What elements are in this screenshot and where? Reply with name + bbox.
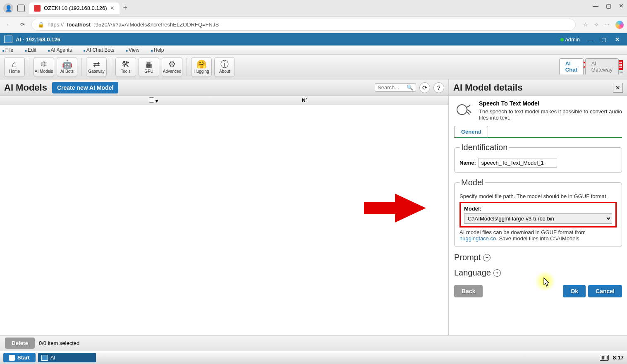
tb-about[interactable]: ⓘAbout [214,57,235,77]
copilot-icon[interactable] [615,21,624,29]
legend-identification: Identification [459,143,509,152]
minimize-icon[interactable]: — [593,2,598,9]
gpu-icon: ▦ [145,60,153,68]
tab-general[interactable]: General [454,126,488,137]
models-icon: ⚛ [40,60,48,68]
tb-tools[interactable]: 🛠Tools [115,57,136,77]
info-icon: ⓘ [220,60,229,68]
back-button[interactable]: Back [454,285,483,297]
search-icon[interactable]: 🔍 [407,84,413,91]
toolbar: ⌂Home ⚛AI Models 🤖AI Bots ⇄Gateway 🛠Tool… [0,55,627,79]
close-details-button[interactable]: ✕ [613,83,623,93]
user-label[interactable]: admin [560,36,580,43]
cancel-button[interactable]: Cancel [588,285,622,297]
ok-button[interactable]: Ok [563,285,586,297]
favorites-icon[interactable]: ✧ [594,22,598,28]
home-icon: ⌂ [12,60,17,68]
workspaces-icon[interactable] [17,5,25,12]
app-titlebar: AI - 192.168.0.126 admin — ▢ ✕ [0,33,627,46]
tb-hugging[interactable]: 🤗Hugging [191,57,212,77]
delete-button[interactable]: Delete [5,338,35,349]
bots-icon: 🤖 [62,60,72,68]
gear-icon: ⚙ [168,60,176,68]
tab-close-icon[interactable]: ✕ [110,5,115,11]
menubar: ■File ■Edit ■AI Agents ■AI Chat Bots ■Vi… [0,46,627,55]
tab-ai-gateway[interactable]: AI Gateway [585,58,619,74]
url-path: :9520/AI/?a=AIModels&ncrefreshELZODRFQ=F… [94,22,219,28]
taskbar-app[interactable]: AI [38,353,96,362]
tab-favicon [34,5,41,12]
refresh-list-button[interactable]: ⟳ [419,82,430,93]
browser-address-bar: ← ⟳ 🔒 https://localhost:9520/AI/?a=AIMod… [0,17,627,33]
url-host: localhost [67,22,91,28]
maximize-icon[interactable]: ▢ [606,2,611,9]
tb-ai-models[interactable]: ⚛AI Models [34,57,54,77]
fieldset-identification: Identification Name: [454,143,622,173]
search-box[interactable]: 🔍 [375,83,416,92]
app-minimize-icon[interactable]: — [585,35,596,44]
tb-ai-bots[interactable]: 🤖AI Bots [57,57,77,77]
browser-tab-bar: 👤 OZEKI 10 (192.168.0.126) ✕ + — ▢ ✕ [0,0,627,17]
menu-ai-chat-bots[interactable]: ■AI Chat Bots [84,47,120,53]
star-icon[interactable]: ☆ [583,22,588,28]
tb-advanced[interactable]: ⚙Advanced [162,57,182,77]
download-hint: AI model files can be download in GGUF f… [459,229,617,242]
tools-icon: 🛠 [122,60,130,68]
help-button[interactable]: ? [433,82,444,93]
menu-icon[interactable]: ⋯ [604,22,610,28]
refresh-button[interactable]: ⟳ [17,20,27,30]
menu-ai-agents[interactable]: ■AI Agents [48,47,78,53]
profile-icon[interactable]: 👤 [3,3,13,13]
search-input[interactable] [378,84,407,91]
fieldset-model: Model Specify model file path. The model… [454,178,622,247]
tab-ai-chat[interactable]: AI Chat [559,58,584,74]
tb-gpu[interactable]: ▦GPU [139,57,159,77]
new-tab-button[interactable]: + [123,4,127,12]
menu-file[interactable]: ■File [2,47,19,53]
table-header: ▾ N° [0,96,448,105]
app-maximize-icon[interactable]: ▢ [598,35,610,44]
menu-help[interactable]: ■Help [151,47,170,53]
start-button[interactable]: Start [3,353,36,362]
keyboard-icon[interactable] [600,355,609,361]
name-label: Name: [459,160,476,166]
tb-gateway[interactable]: ⇄Gateway [86,57,107,77]
browser-window-controls: — ▢ ✕ [593,2,624,9]
prompt-section[interactable]: Prompt + [454,253,622,262]
url-box[interactable]: 🔒 https://localhost:9520/AI/?a=AIModels&… [31,19,576,31]
left-header: AI Models Create new AI Model 🔍 ⟳ ? [0,79,448,96]
legend-model: Model [459,178,485,187]
back-button[interactable]: ← [3,20,13,30]
browser-tab[interactable]: OZEKI 10 (192.168.0.126) ✕ [29,2,120,14]
model-hint: Specify model file path. The model shoul… [459,193,617,199]
svg-point-0 [457,105,467,115]
model-name: Speech To Text Model [479,100,622,107]
model-select[interactable]: C:\AIModels\ggml-large-v3-turbo.bin [464,213,612,224]
start-icon [9,355,15,361]
model-description: The speech to text model makes it possib… [479,108,622,121]
language-section[interactable]: Language + [454,268,622,278]
page-title: AI Models [4,82,47,93]
huggingface-link[interactable]: huggingface.co [459,235,496,242]
hugging-icon: 🤗 [196,60,207,68]
menu-edit[interactable]: ■Edit [25,47,42,53]
task-app-icon [41,355,48,361]
bottom-bar: Delete 0/0 item selected [0,335,627,351]
details-title: AI Model details [453,82,522,93]
table-body [0,105,448,335]
tab-title: OZEKI 10 (192.168.0.126) [44,5,107,11]
taskbar: Start AI 8:17 [0,351,627,364]
close-icon[interactable]: ✕ [619,2,624,9]
gateway-icon: ⇄ [93,60,100,68]
left-pane: AI Models Create new AI Model 🔍 ⟳ ? ▾ N° [0,79,449,335]
app-close-icon[interactable]: ✕ [611,35,623,44]
col-number[interactable]: N° [302,98,307,103]
model-label: Model: [464,206,612,212]
menu-view[interactable]: ■View [126,47,145,53]
select-all-checkbox[interactable]: ▾ [149,97,158,104]
name-input[interactable] [479,158,557,168]
tb-home[interactable]: ⌂Home [4,57,25,77]
app-title: AI - 192.168.0.126 [16,36,60,43]
create-model-button[interactable]: Create new AI Model [52,82,118,93]
details-tabs: General [454,126,622,138]
